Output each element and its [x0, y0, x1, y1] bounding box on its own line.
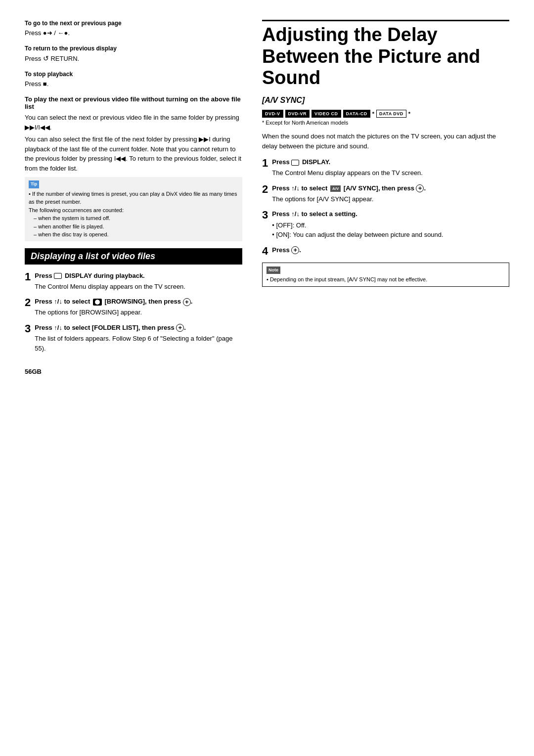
right-step-content-3: Press ↑/↓ to select a setting. [OFF]: Of… [272, 210, 443, 239]
bullet-item-on: [ON]: You can adjust the delay between p… [272, 230, 443, 240]
step-heading-1: Press DISPLAY during playback. [35, 271, 185, 280]
step-heading-2: Press ↑/↓ to select [BROWSING], then pre… [35, 297, 192, 306]
step-number-1: 1 [25, 271, 31, 282]
section-heading-next-prev-page: To go to the next or previous page [25, 20, 242, 27]
tip-item: when another file is played. [34, 222, 238, 231]
badge-datadvd: DATA DVD [376, 110, 406, 118]
right-step-heading-1: Press DISPLAY. [272, 158, 423, 167]
badge-videocd: VIDEO CD [312, 110, 341, 118]
badge-datacd: DATA-CD [343, 110, 370, 118]
note-label: Note [267, 267, 280, 274]
note-text: • Depending on the input stream, [A/V SY… [267, 275, 505, 284]
right-step-number-2: 2 [262, 184, 268, 195]
body-text-2: You can also select the first file of th… [25, 134, 242, 173]
right-step-desc-2: The options for [A/V SYNC] appear. [272, 194, 426, 204]
section-heading-return-display: To return to the previous display [25, 45, 242, 52]
press-line-1: Press ●➜ / ←●. [25, 28, 242, 38]
badge-dvdvr: DVD-VR [285, 110, 310, 118]
press-line-2: Press ↺ RETURN. [25, 53, 242, 64]
right-step-desc-1: The Control Menu display appears on the … [272, 168, 423, 178]
tip-box: Tip • If the number of viewing times is … [25, 177, 242, 241]
tip-main-text: • If the number of viewing times is pres… [29, 190, 238, 206]
right-step-heading-2: Press ↑/↓ to select A/V [A/V SYNC], then… [272, 184, 426, 193]
note-box: Note • Depending on the input stream, [A… [262, 263, 509, 287]
step-content-1: Press DISPLAY during playback. The Contr… [35, 271, 185, 292]
page-number: 56GB [25, 368, 242, 375]
right-step-number-3: 3 [262, 210, 268, 221]
section-heading-play-next-prev: To play the next or previous video file … [25, 95, 242, 110]
format-badges: DVD-V DVD-VR VIDEO CD DATA-CD * DATA DVD… [262, 110, 509, 118]
left-step-1: 1 Press DISPLAY during playback. The Con… [25, 271, 242, 292]
left-column: To go to the next or previous page Press… [25, 20, 242, 375]
step-content-3: Press ↑/↓ to select [FOLDER LIST], then … [35, 323, 242, 353]
section-stop-playback: To stop playback Press ■. [25, 71, 242, 89]
section-heading-stop-playback: To stop playback [25, 71, 242, 78]
left-step-2: 2 Press ↑/↓ to select [BROWSING], then p… [25, 297, 242, 317]
circle-plus-icon-r2: + [416, 184, 424, 192]
right-step-1: 1 Press DISPLAY. The Control Menu displa… [262, 158, 509, 178]
av-sync-label: [A/V SYNC] [262, 96, 509, 105]
right-column: Adjusting the Delay Between the Picture … [262, 20, 509, 287]
display-icon [54, 273, 62, 279]
right-step-content-1: Press DISPLAY. The Control Menu display … [272, 158, 423, 178]
tip-label: Tip [29, 180, 39, 188]
right-step-heading-3: Press ↑/↓ to select a setting. [272, 210, 443, 219]
main-title: Adjusting the Delay Between the Picture … [262, 24, 509, 89]
step-number-2: 2 [25, 297, 31, 308]
circle-plus-icon-3: + [176, 324, 184, 332]
asterisk-2: * [408, 111, 410, 117]
right-step-content-2: Press ↑/↓ to select A/V [A/V SYNC], then… [272, 184, 426, 204]
step-number-3: 3 [25, 323, 31, 334]
tip-item: when the system is turned off. [34, 214, 238, 222]
avsync-icon: A/V [330, 185, 341, 192]
step-desc-1: The Control Menu display appears on the … [35, 282, 185, 292]
intro-text: When the sound does not match the pictur… [262, 132, 509, 151]
body-text-1: You can select the next or previous vide… [25, 113, 242, 132]
step-desc-3: The list of folders appears. Follow Step… [35, 334, 242, 353]
circle-plus-icon-2: + [183, 298, 191, 306]
right-step-4: 4 Press +. [262, 246, 509, 257]
bullet-item-off: [OFF]: Off. [272, 221, 443, 230]
step-desc-2: The options for [BROWSING] appear. [35, 308, 192, 317]
tip-list: when the system is turned off. when anot… [29, 214, 238, 239]
right-step-heading-4: Press +. [272, 246, 301, 255]
display-icon-r1 [291, 160, 299, 166]
right-step-number-4: 4 [262, 246, 268, 257]
badge-dvdv: DVD-V [262, 110, 283, 118]
right-step-3-bullets: [OFF]: Off. [ON]: You can adjust the del… [272, 221, 443, 240]
right-step-content-4: Press +. [272, 246, 301, 256]
footnote-text: * Except for North American models [262, 120, 509, 126]
section-next-prev-page: To go to the next or previous page Press… [25, 20, 242, 38]
right-step-3: 3 Press ↑/↓ to select a setting. [OFF]: … [262, 210, 509, 239]
title-divider [262, 20, 509, 21]
section-return-display: To return to the previous display Press … [25, 45, 242, 64]
step-heading-3: Press ↑/↓ to select [FOLDER LIST], then … [35, 323, 242, 332]
right-step-2: 2 Press ↑/↓ to select A/V [A/V SYNC], th… [262, 184, 509, 204]
asterisk-1: * [372, 111, 374, 117]
tip-sub-text: The following occurrences are counted: [29, 206, 238, 215]
section-play-next-prev: To play the next or previous video file … [25, 95, 242, 241]
browsing-icon [93, 299, 102, 306]
section-bar-displaying: Displaying a list of video files [25, 248, 242, 265]
circle-plus-icon-r4: + [291, 246, 299, 254]
right-step-number-1: 1 [262, 158, 268, 169]
step-content-2: Press ↑/↓ to select [BROWSING], then pre… [35, 297, 192, 317]
tip-item: when the disc tray is opened. [34, 230, 238, 239]
press-line-3: Press ■. [25, 79, 242, 89]
left-step-3: 3 Press ↑/↓ to select [FOLDER LIST], the… [25, 323, 242, 353]
